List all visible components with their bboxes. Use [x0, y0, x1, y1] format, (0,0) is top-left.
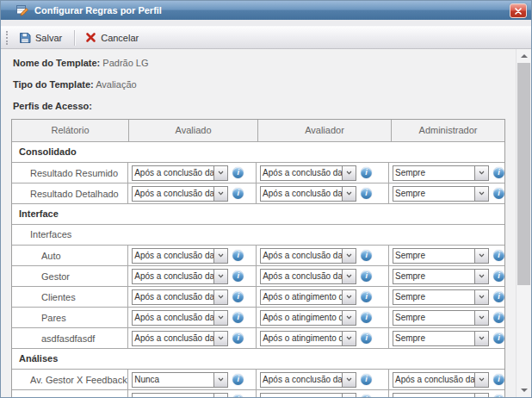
- rule-select[interactable]: Após a conclusão da etapa: [132, 248, 228, 264]
- section-row: Consolidado: [12, 141, 504, 162]
- chevron-down-icon[interactable]: [342, 187, 356, 201]
- chevron-down-icon[interactable]: [474, 394, 488, 398]
- info-icon[interactable]: [232, 374, 244, 385]
- rule-select[interactable]: [393, 393, 489, 398]
- chevron-down-icon[interactable]: [213, 270, 227, 283]
- chevron-down-icon[interactable]: [213, 311, 227, 325]
- rule-select[interactable]: Após o atingimento do mín: [260, 289, 356, 305]
- info-icon[interactable]: [232, 395, 244, 398]
- rule-select[interactable]: Após a conclusão da etapa: [132, 331, 228, 346]
- info-icon[interactable]: [232, 291, 244, 302]
- section-row: Interface: [12, 203, 504, 224]
- chevron-down-icon[interactable]: [342, 290, 356, 304]
- info-icon[interactable]: [361, 333, 372, 344]
- chevron-down-icon[interactable]: [213, 373, 227, 387]
- rule-select[interactable]: Após a conclusão da etapa: [132, 269, 228, 284]
- chevron-down-icon[interactable]: [474, 270, 488, 283]
- cancel-button[interactable]: Cancelar: [80, 30, 146, 45]
- rule-select[interactable]: Sempre: [393, 331, 489, 346]
- rule-select[interactable]: Após a conclusão da etapa: [260, 372, 356, 388]
- rule-select[interactable]: Após a conclusão da etapa: [132, 289, 228, 305]
- chevron-down-icon[interactable]: [213, 166, 227, 180]
- rule-select[interactable]: Nunca: [132, 372, 228, 388]
- info-icon[interactable]: [232, 333, 244, 344]
- chevron-down-icon[interactable]: [474, 187, 488, 201]
- chevron-down-icon[interactable]: [342, 373, 356, 387]
- info-icon[interactable]: [361, 395, 372, 398]
- rule-select[interactable]: [132, 393, 228, 398]
- chevron-down-icon[interactable]: [342, 270, 356, 283]
- chevron-down-icon[interactable]: [342, 394, 356, 398]
- chevron-down-icon[interactable]: [474, 311, 488, 325]
- rule-select[interactable]: Sempre: [393, 310, 489, 326]
- scrollbar[interactable]: [516, 49, 531, 397]
- chevron-down-icon[interactable]: [474, 373, 488, 387]
- info-icon[interactable]: [361, 250, 372, 261]
- avaliador-cell: Após o atingimento do mín: [257, 308, 389, 327]
- report-label: Gestor: [41, 271, 70, 282]
- avaliador-cell: Após o atingimento do mín: [257, 287, 389, 307]
- info-icon[interactable]: [232, 312, 244, 323]
- rule-select[interactable]: Após a conclusão da etapa: [393, 372, 489, 388]
- rule-select[interactable]: Após a conclusão da etapa: [132, 165, 228, 181]
- save-button[interactable]: Salvar: [14, 30, 70, 46]
- rule-select[interactable]: Sempre: [393, 165, 489, 181]
- rule-select[interactable]: Sempre: [393, 186, 489, 202]
- rule-select[interactable]: Após a conclusão da Avalia: [260, 165, 356, 181]
- scroll-up-icon[interactable]: [521, 54, 528, 58]
- chevron-down-icon[interactable]: [474, 166, 488, 180]
- chevron-down-icon[interactable]: [342, 311, 356, 325]
- chevron-down-icon[interactable]: [342, 166, 356, 180]
- info-icon[interactable]: [361, 167, 372, 178]
- rule-select[interactable]: Sempre: [393, 248, 489, 264]
- avaliado-cell: [128, 390, 257, 398]
- rule-select[interactable]: Após a conclusão da Avalia: [260, 269, 356, 284]
- avaliador-cell: Após a conclusão da Avalia: [257, 163, 389, 183]
- rule-select[interactable]: [260, 393, 356, 398]
- rule-select[interactable]: Após a conclusão da etapa: [132, 186, 228, 202]
- rule-select[interactable]: Após a conclusão da Avalia: [260, 186, 356, 202]
- rule-select[interactable]: Após a conclusão da Autoa: [260, 248, 356, 264]
- rule-select[interactable]: Após o atingimento do mín: [260, 331, 356, 346]
- info-icon[interactable]: [493, 291, 504, 302]
- chevron-down-icon[interactable]: [342, 249, 356, 263]
- rule-select[interactable]: Após a conclusão da etapa: [132, 310, 228, 326]
- info-icon[interactable]: [361, 312, 372, 323]
- report-name-cell: Resultado Resumido: [12, 163, 128, 183]
- info-icon[interactable]: [493, 188, 504, 199]
- info-icon[interactable]: [493, 374, 504, 385]
- close-button[interactable]: [510, 3, 527, 18]
- rule-select[interactable]: Sempre: [393, 269, 489, 284]
- chevron-down-icon[interactable]: [213, 394, 227, 398]
- info-icon[interactable]: [361, 291, 372, 302]
- info-icon[interactable]: [361, 271, 372, 282]
- toolbar-grip[interactable]: [6, 31, 8, 45]
- info-icon[interactable]: [361, 374, 372, 385]
- rule-select[interactable]: Após o atingimento do mín: [260, 310, 356, 326]
- chevron-down-icon[interactable]: [474, 332, 488, 345]
- chevron-down-icon[interactable]: [213, 187, 227, 201]
- avaliador-cell: Após a conclusão da etapa: [257, 370, 389, 389]
- info-icon[interactable]: [232, 271, 244, 282]
- info-icon[interactable]: [232, 188, 244, 199]
- report-name-cell: asdfasdfasdf: [12, 328, 128, 348]
- info-icon[interactable]: [493, 167, 504, 178]
- chevron-down-icon[interactable]: [213, 249, 227, 263]
- scrollbar-thumb[interactable]: [517, 63, 530, 285]
- info-icon[interactable]: [232, 167, 244, 178]
- chevron-down-icon[interactable]: [213, 290, 227, 304]
- info-icon[interactable]: [493, 395, 504, 398]
- report-label: asdfasdfasdf: [41, 333, 95, 344]
- chevron-down-icon[interactable]: [342, 332, 356, 345]
- chevron-down-icon[interactable]: [474, 290, 488, 304]
- info-icon[interactable]: [361, 188, 372, 199]
- chevron-down-icon[interactable]: [213, 332, 227, 345]
- chevron-down-icon[interactable]: [474, 249, 488, 263]
- info-icon[interactable]: [232, 250, 244, 261]
- rule-select[interactable]: Sempre: [393, 289, 489, 305]
- info-icon[interactable]: [493, 312, 504, 323]
- scroll-down-icon[interactable]: [521, 389, 528, 392]
- info-icon[interactable]: [493, 250, 504, 261]
- info-icon[interactable]: [493, 271, 504, 282]
- info-icon[interactable]: [493, 333, 504, 344]
